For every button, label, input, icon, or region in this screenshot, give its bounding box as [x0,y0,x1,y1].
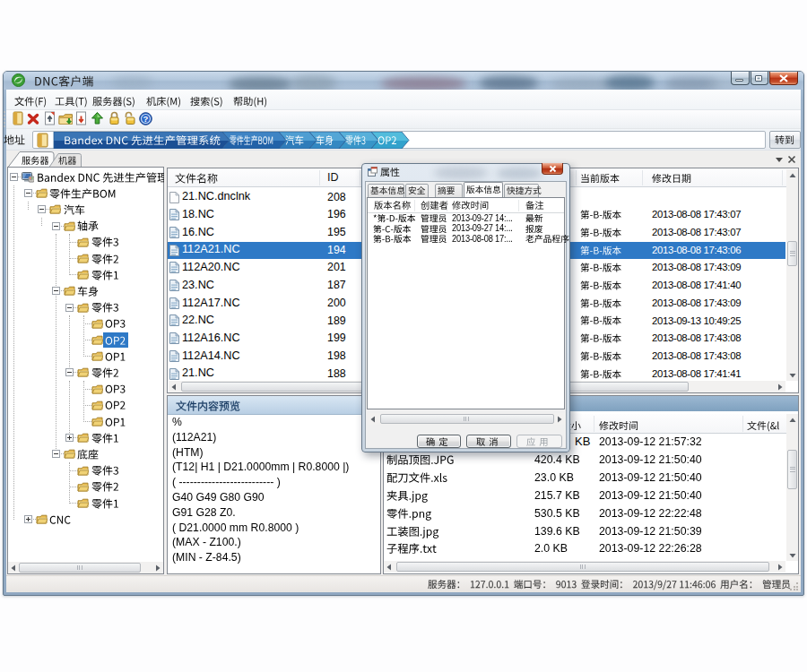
svg-text:?: ? [143,114,149,124]
